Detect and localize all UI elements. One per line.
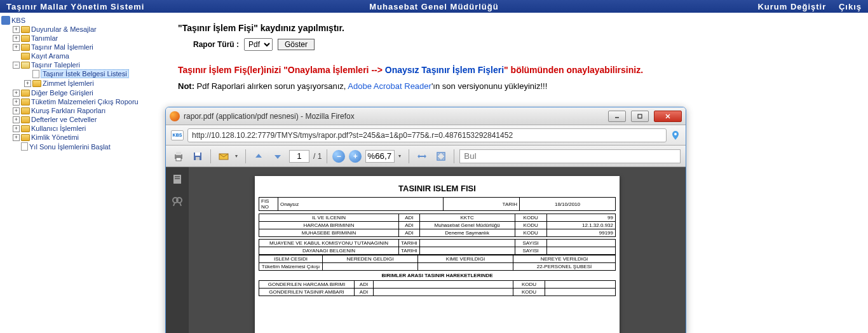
logout-link[interactable]: Çıkış bbox=[839, 2, 862, 11]
report-type-label: Rapor Türü : bbox=[193, 40, 239, 49]
folder-icon bbox=[21, 26, 30, 33]
tree-item[interactable]: +Taşınır Mal İşlemleri bbox=[13, 43, 164, 51]
folder-icon bbox=[32, 80, 41, 87]
folder-icon bbox=[21, 35, 30, 42]
fit-width-icon[interactable] bbox=[414, 149, 430, 164]
tree-item[interactable]: +Kimlik Yönetimi bbox=[13, 133, 164, 141]
app-title: Taşınır Mallar Yönetim Sistemi bbox=[6, 2, 144, 11]
address-bar-row: KBS http://10.128.10.22:7779/TMYS/tmys/r… bbox=[166, 125, 686, 146]
search-icon[interactable] bbox=[170, 195, 184, 209]
tree-item[interactable]: Yıl Sonu İşlemlerini Başlat bbox=[13, 142, 164, 151]
location-icon[interactable] bbox=[670, 130, 681, 140]
pdf-page: TASINIR ISLEM FISI FIS NO Onaysız TARIH … bbox=[255, 176, 620, 333]
popup-titlebar[interactable]: rapor.pdf (application/pdf nesnesi) - Mo… bbox=[166, 107, 686, 125]
pdf-section-title: BIRIMLER ARASI TASINIR HAREKETLERINDE bbox=[255, 271, 620, 280]
dropdown-icon[interactable]: ▾ bbox=[398, 153, 403, 159]
svg-point-4 bbox=[674, 133, 677, 135]
tree-subitem-selected[interactable]: Taşınır İstek Belgesi Listesi bbox=[24, 69, 164, 78]
close-button[interactable] bbox=[654, 111, 682, 122]
zoom-input[interactable] bbox=[365, 150, 395, 163]
folder-icon bbox=[21, 125, 30, 132]
folder-icon bbox=[21, 134, 30, 141]
find-input[interactable] bbox=[459, 149, 681, 163]
tree-item[interactable]: +Kullanıcı İşlemleri bbox=[13, 125, 164, 132]
svg-rect-15 bbox=[175, 178, 180, 179]
folder-icon bbox=[21, 99, 30, 105]
change-institution-link[interactable]: Kurum Değiştir bbox=[757, 2, 826, 11]
page-total: / 1 bbox=[313, 152, 322, 161]
pdf-sidebar bbox=[166, 167, 189, 333]
zoom-in-button[interactable]: + bbox=[349, 150, 362, 163]
svg-rect-10 bbox=[196, 157, 200, 160]
mail-icon[interactable] bbox=[216, 149, 231, 164]
tree-item[interactable]: +Diğer Belge Girişleri bbox=[13, 89, 164, 97]
svg-rect-12 bbox=[437, 153, 445, 160]
pdf-viewer[interactable]: TASINIR ISLEM FISI FIS NO Onaysız TARIH … bbox=[189, 167, 686, 333]
tree-root[interactable]: KBS bbox=[1, 16, 164, 25]
note-line: Not: Pdf Raporlari alırken sorun yaşıyor… bbox=[178, 81, 855, 91]
report-type-select[interactable]: Pdf bbox=[244, 38, 273, 51]
save-icon[interactable] bbox=[190, 149, 205, 164]
tree-item[interactable]: +Tanımlar bbox=[13, 34, 164, 42]
fullscreen-icon[interactable] bbox=[433, 149, 449, 164]
saved-message: "Taşınır İşlem Fişi" kaydınız yapılmıştı… bbox=[178, 23, 855, 33]
tree-item[interactable]: +Kuruş Farkları Raporları bbox=[13, 107, 164, 114]
tree-item[interactable]: Kayıt Arama bbox=[13, 52, 164, 60]
folder-icon bbox=[21, 116, 30, 123]
folder-icon bbox=[21, 90, 30, 97]
maximize-button[interactable] bbox=[631, 111, 649, 122]
page-icon bbox=[21, 142, 28, 151]
pdf-popup-window: rapor.pdf (application/pdf nesnesi) - Mo… bbox=[165, 107, 686, 333]
pdf-toolbar: ▾ / 1 − + ▾ bbox=[166, 146, 686, 167]
folder-open-icon bbox=[21, 62, 30, 69]
firefox-icon bbox=[170, 111, 180, 121]
folder-icon bbox=[21, 44, 30, 51]
page-input[interactable] bbox=[289, 150, 309, 163]
address-bar[interactable]: http://10.128.10.22:7779/TMYS/tmys/rapor… bbox=[187, 128, 667, 142]
kbs-icon bbox=[1, 16, 10, 25]
tree-item[interactable]: +Duyurular & Mesajlar bbox=[13, 25, 164, 33]
svg-rect-14 bbox=[175, 176, 180, 177]
page-up-icon[interactable] bbox=[251, 149, 266, 164]
tree-item[interactable]: +Defterler ve Cetveller bbox=[13, 116, 164, 123]
folder-icon bbox=[21, 107, 30, 114]
svg-rect-9 bbox=[195, 153, 200, 156]
folder-icon bbox=[21, 53, 30, 60]
svg-rect-6 bbox=[176, 152, 181, 155]
org-title: Muhasebat Genel Müdürlüğü bbox=[369, 2, 498, 11]
minimize-button[interactable] bbox=[608, 111, 626, 122]
popup-title: rapor.pdf (application/pdf nesnesi) - Mo… bbox=[184, 112, 603, 121]
svg-rect-7 bbox=[176, 158, 181, 161]
tree-subitem[interactable]: +Zimmet İşlemleri bbox=[24, 79, 164, 87]
acrobat-link[interactable]: Adobe Acrobat Reader bbox=[348, 81, 431, 91]
zoom-out-button[interactable]: − bbox=[332, 150, 345, 163]
top-bar: Taşınır Mallar Yönetim Sistemi Muhasebat… bbox=[0, 0, 868, 13]
dropdown-icon[interactable]: ▾ bbox=[235, 153, 240, 159]
svg-rect-1 bbox=[638, 114, 642, 118]
print-icon[interactable] bbox=[171, 149, 186, 164]
approve-hint: Taşınır İşlem Fiş(ler)inizi "Onaylama İş… bbox=[178, 65, 855, 75]
show-button[interactable]: Göster bbox=[278, 39, 315, 50]
site-favicon: KBS bbox=[171, 130, 184, 140]
tree-item[interactable]: +Tüketim Malzemeleri Çıkış Roporu bbox=[13, 98, 164, 105]
thumbnails-icon[interactable] bbox=[170, 172, 184, 186]
pdf-doc-title: TASINIR ISLEM FISI bbox=[255, 184, 620, 193]
sidebar-tree: KBS +Duyurular & Mesajlar +Tanımlar +Taş… bbox=[0, 13, 165, 333]
tree-item-expanded[interactable]: −Taşınır Talepleri bbox=[13, 61, 164, 69]
page-down-icon[interactable] bbox=[270, 149, 285, 164]
page-icon bbox=[32, 70, 39, 78]
content-area: "Taşınır İşlem Fişi" kaydınız yapılmıştı… bbox=[165, 13, 868, 333]
